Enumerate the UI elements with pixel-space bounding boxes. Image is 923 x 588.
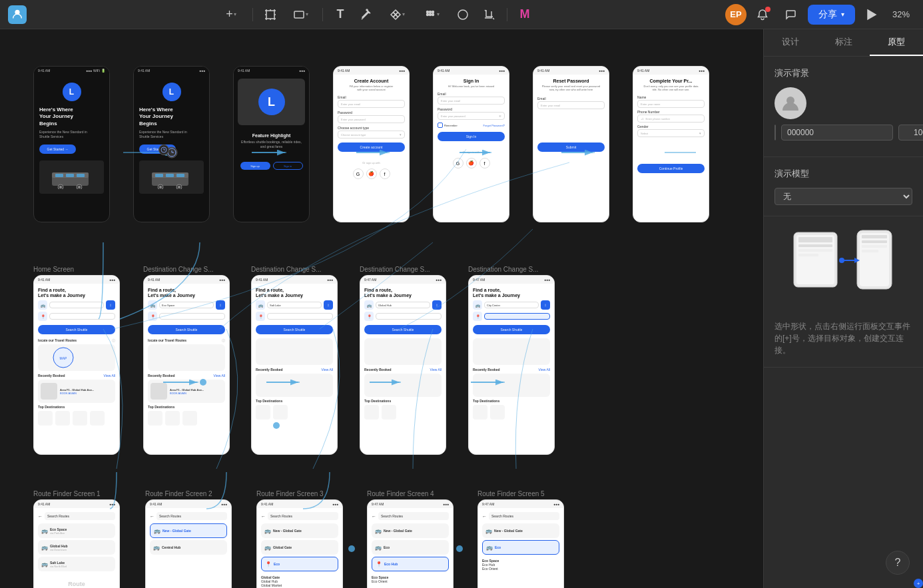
background-color-swatch[interactable] bbox=[774, 125, 776, 141]
tool-separator-3 bbox=[507, 8, 507, 21]
screen-onboarding-1[interactable]: 9:41 AM ●●● WiFi 🔋 L Here's Where Your J… bbox=[33, 66, 110, 222]
screen-sign-in[interactable]: 9:41 AM ●●● Sign In Hi! Welcome back, yo… bbox=[433, 66, 509, 222]
tab-prototype[interactable]: 原型 bbox=[870, 29, 923, 56]
frame-destination-3: Destination Change S... 9:47 AM ●●● Find… bbox=[360, 266, 446, 455]
frame-reset-password: 9:41 AM ●●● Reset Password Please verify… bbox=[533, 66, 609, 222]
route-4-label: Route Finder Screen 4 bbox=[367, 490, 454, 497]
circle-tool-button[interactable] bbox=[451, 3, 475, 27]
pen-tool-button[interactable] bbox=[355, 3, 379, 27]
frame-destination-4: Destination Change S... 9:47 AM ●●● Find… bbox=[468, 266, 555, 455]
frame-tool-button[interactable] bbox=[258, 3, 282, 27]
toolbar-tools: + ▾ ▾ T ▾ ▾ bbox=[35, 3, 717, 27]
svg-rect-14 bbox=[294, 11, 304, 18]
frame-complete-profile: 9:41 AM ●●● Complete Your Pr... Don't wo… bbox=[633, 66, 709, 222]
screen-destination-4[interactable]: 9:47 AM ●●● Find a route, Let's make a J… bbox=[468, 275, 555, 455]
frame-feature-highlight: 9:41 AM ●●● L Feature Highlight Effortle… bbox=[233, 66, 310, 222]
frame-destination-2: Destination Change S... 9:41 AM ●●● Find… bbox=[251, 266, 338, 455]
svg-rect-82 bbox=[155, 174, 163, 177]
share-button[interactable]: 分享 ▾ bbox=[808, 5, 855, 25]
svg-point-20 bbox=[430, 13, 432, 15]
screen-route-2[interactable]: 9:41 AM ●●● ← Search Routes 🚌 bbox=[145, 499, 232, 588]
toolbar: + ▾ ▾ T ▾ ▾ bbox=[0, 0, 923, 29]
svg-point-66 bbox=[456, 545, 463, 552]
screen-onboarding-2[interactable]: 9:41 AM ●●● L Here's Where Your Journey … bbox=[133, 66, 210, 222]
text-tool-button[interactable]: T bbox=[328, 3, 352, 27]
destination-4-label: Destination Change S... bbox=[468, 266, 555, 273]
screen-complete-profile[interactable]: 9:41 AM ●●● Complete Your Pr... Don't wo… bbox=[633, 66, 709, 222]
share-dropdown-icon: ▾ bbox=[841, 11, 844, 18]
svg-point-77 bbox=[59, 186, 62, 188]
add-tool-button[interactable]: + ▾ bbox=[215, 3, 247, 27]
tab-annotation[interactable]: 标注 bbox=[817, 29, 870, 56]
zoom-level[interactable]: 32% bbox=[887, 7, 915, 22]
svg-line-23 bbox=[493, 18, 494, 19]
svg-point-16 bbox=[427, 11, 429, 13]
onboarding-1-content: L Here's Where Your Journey Begins Exper… bbox=[34, 75, 109, 199]
main-canvas[interactable]: 9:41 AM ●●● WiFi 🔋 L Here's Where Your J… bbox=[0, 29, 763, 588]
notification-dot bbox=[765, 7, 770, 12]
play-button[interactable] bbox=[860, 4, 882, 25]
route-bottom-label: Route bbox=[68, 581, 85, 587]
screen-route-5[interactable]: 9:47 AM ●●● ← Search Routes 🚌 New - Glob… bbox=[477, 499, 564, 588]
frame-route-finder-3: Route Finder Screen 3 9:41 AM ●●● ← Sear… bbox=[256, 490, 343, 588]
svg-point-15 bbox=[366, 9, 368, 11]
logo-icon[interactable] bbox=[8, 5, 27, 24]
screen-destination-3[interactable]: 9:47 AM ●●● Find a route, Let's make a J… bbox=[360, 275, 446, 455]
component-tool-button[interactable]: ▾ bbox=[382, 3, 414, 27]
screen-route-3[interactable]: 9:41 AM ●●● ← Search Routes 🚌 New - Glob… bbox=[256, 499, 343, 588]
tab-design[interactable]: 设计 bbox=[764, 29, 817, 56]
route-1-label: Route Finder Screen 1 bbox=[33, 490, 120, 497]
help-button[interactable]: ? bbox=[886, 551, 910, 575]
right-panel: 设计 标注 原型 演示背景 + % 演示模型 无 bbox=[763, 29, 923, 588]
svg-marker-25 bbox=[868, 10, 876, 19]
bus-illustration bbox=[39, 160, 104, 194]
tool-separator-2 bbox=[322, 8, 323, 21]
panel-tabs: 设计 标注 原型 bbox=[764, 29, 923, 57]
screen-destination-1[interactable]: 9:41 AM ●●● Find a route, Let's make a J… bbox=[143, 275, 230, 455]
shape-tool-button[interactable]: ▾ bbox=[285, 3, 317, 27]
svg-rect-73 bbox=[55, 174, 63, 177]
route-3-label: Route Finder Screen 3 bbox=[256, 490, 343, 497]
screen-destination-2[interactable]: 9:41 AM ●●● Find a route, Let's make a J… bbox=[251, 275, 338, 455]
frame-route-finder-4: Route Finder Screen 4 9:47 AM ●●● ← Sear… bbox=[367, 490, 454, 588]
svg-point-21 bbox=[432, 13, 434, 15]
frame-route-finder-1: Route Finder Screen 1 9:41 AM ●●● ← Sear… bbox=[33, 490, 120, 588]
screen-route-4[interactable]: 9:47 AM ●●● ← Search Routes 🚌 New - Glob… bbox=[367, 499, 454, 588]
demo-model-select[interactable]: 无 bbox=[774, 188, 912, 205]
svg-point-18 bbox=[432, 11, 434, 13]
brand-tool-button[interactable]: M bbox=[513, 3, 537, 27]
svg-rect-36 bbox=[862, 240, 887, 243]
frame-sign-in: 9:41 AM ●●● Sign In Hi! Welcome back, yo… bbox=[433, 66, 509, 222]
hint-section: 选中形状，点击右侧运行面板交互事件的[+]号，选择目标对象，创建交互连接。 bbox=[764, 304, 923, 368]
svg-point-88 bbox=[178, 186, 180, 188]
svg-rect-29 bbox=[798, 237, 832, 242]
svg-rect-74 bbox=[66, 174, 74, 177]
route-5-label: Route Finder Screen 5 bbox=[477, 490, 564, 497]
demo-model-section: 演示模型 无 bbox=[764, 157, 923, 216]
demo-background-title: 演示背景 bbox=[774, 67, 912, 79]
background-color-input[interactable] bbox=[781, 125, 893, 141]
svg-text:MAP: MAP bbox=[60, 356, 68, 360]
home-screen-label: Home Screen bbox=[33, 266, 120, 273]
destination-2-label: Destination Change S... bbox=[251, 266, 338, 273]
background-opacity-input[interactable] bbox=[898, 125, 923, 141]
svg-rect-84 bbox=[176, 174, 184, 177]
frame-route-finder-2: Route Finder Screen 2 9:41 AM ●●● ← Sear… bbox=[145, 490, 232, 588]
screen-feature-highlight[interactable]: 9:41 AM ●●● L Feature Highlight Effortle… bbox=[233, 66, 310, 222]
toolbar-right: EP 分享 ▾ 32% bbox=[717, 3, 923, 27]
demo-model-title: 演示模型 bbox=[774, 168, 912, 180]
screen-home[interactable]: 9:41 AM ●●● Find a route, Let's make a J… bbox=[33, 275, 120, 455]
frame-destination-1: Destination Change S... 9:41 AM ●●● Find… bbox=[143, 266, 230, 455]
comment-button[interactable] bbox=[778, 3, 802, 27]
screen-route-1[interactable]: 9:41 AM ●●● ← Search Routes 🚌 bbox=[33, 499, 120, 588]
svg-rect-37 bbox=[862, 245, 887, 248]
screen-reset-password[interactable]: 9:41 AM ●●● Reset Password Please verify… bbox=[533, 66, 609, 222]
grid-tool-button[interactable]: ▾ bbox=[416, 3, 448, 27]
user-avatar[interactable]: EP bbox=[725, 4, 747, 25]
frame-home-screen: Home Screen 9:41 AM ●●● Find a route, Le… bbox=[33, 266, 120, 455]
notification-button[interactable] bbox=[752, 4, 773, 25]
screen-create-account[interactable]: 9:41 AM ●●● Create Account Fill your inf… bbox=[333, 66, 410, 222]
svg-rect-38 bbox=[862, 250, 878, 252]
svg-point-65 bbox=[348, 545, 355, 552]
crop-tool-button[interactable] bbox=[477, 3, 501, 27]
